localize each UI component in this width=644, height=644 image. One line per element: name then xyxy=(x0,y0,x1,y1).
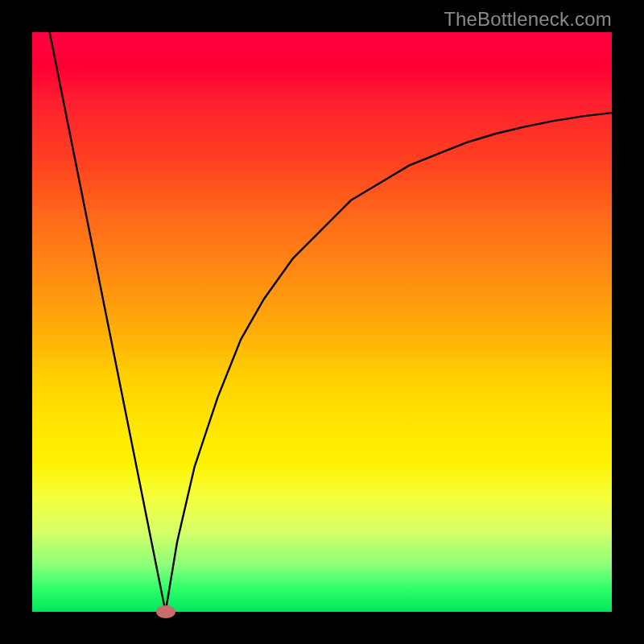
curve-path xyxy=(50,32,612,612)
attribution-text: TheBottleneck.com xyxy=(444,8,612,31)
plot-area xyxy=(32,32,612,612)
chart-frame: TheBottleneck.com xyxy=(0,0,644,644)
minimum-marker xyxy=(156,605,175,618)
data-curve xyxy=(32,32,612,612)
